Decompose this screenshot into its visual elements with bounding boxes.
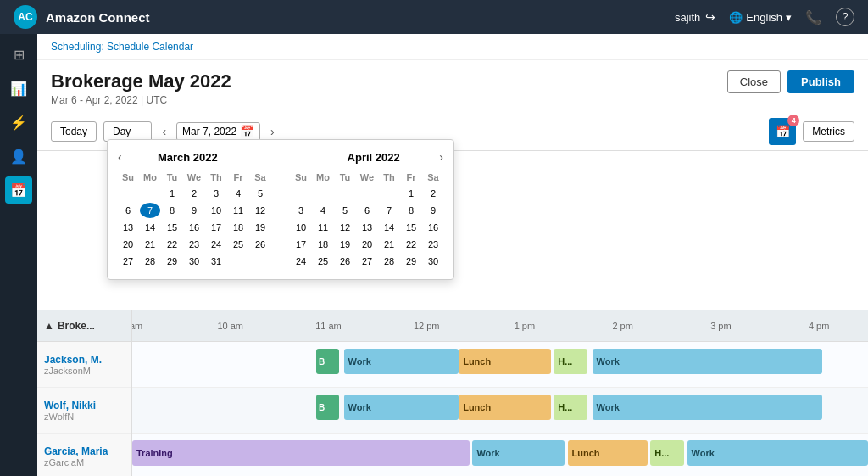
cal-day[interactable]: 1 bbox=[162, 186, 182, 201]
cal-day[interactable]: 9 bbox=[184, 203, 204, 218]
cal-day[interactable]: 28 bbox=[140, 254, 160, 269]
schedule-block[interactable]: Training bbox=[132, 440, 470, 466]
cal-day[interactable]: 14 bbox=[379, 220, 399, 235]
close-button[interactable]: Close bbox=[727, 70, 781, 93]
sidebar-item-users[interactable]: 👤 bbox=[5, 143, 32, 170]
schedule-block[interactable]: Lunch bbox=[459, 395, 551, 420]
cal-day[interactable]: 20 bbox=[118, 237, 138, 252]
today-button[interactable]: Today bbox=[51, 121, 97, 142]
cal-day[interactable]: 24 bbox=[291, 254, 311, 269]
logout-icon[interactable]: ↪ bbox=[705, 10, 715, 24]
cal-day[interactable]: 3 bbox=[206, 186, 226, 201]
help-button[interactable]: ? bbox=[836, 8, 854, 26]
breadcrumb[interactable]: Scheduling: Schedule Calendar bbox=[37, 34, 868, 60]
date-picker[interactable]: Mar 7, 2022 📅 bbox=[176, 122, 260, 141]
cal-day[interactable]: 18 bbox=[313, 237, 333, 252]
agent-name[interactable]: Wolf, Nikki bbox=[44, 400, 125, 412]
sidebar-item-calendar[interactable]: 📅 bbox=[5, 176, 32, 204]
cal-day[interactable]: 19 bbox=[250, 220, 270, 235]
cal-day[interactable]: 6 bbox=[357, 203, 377, 218]
language-selector[interactable]: 🌐 English ▾ bbox=[729, 11, 792, 24]
cal-day[interactable]: 27 bbox=[118, 254, 138, 269]
cal-day[interactable]: 11 bbox=[313, 220, 333, 235]
cal-day[interactable]: 19 bbox=[335, 237, 355, 252]
cal-day[interactable]: 18 bbox=[228, 220, 248, 235]
march-prev-button[interactable]: ‹ bbox=[118, 150, 122, 164]
cal-day[interactable]: 26 bbox=[250, 237, 270, 252]
schedule-block[interactable]: B bbox=[316, 349, 339, 374]
schedule-block[interactable]: Work bbox=[593, 395, 822, 420]
cal-day[interactable]: 2 bbox=[423, 186, 443, 201]
cal-day[interactable]: 10 bbox=[206, 203, 226, 218]
cal-day[interactable]: 25 bbox=[228, 237, 248, 252]
cal-day[interactable]: 8 bbox=[401, 203, 421, 218]
schedule-block[interactable]: Lunch bbox=[568, 440, 648, 466]
next-date-button[interactable]: › bbox=[267, 123, 278, 140]
cal-day[interactable]: 14 bbox=[140, 220, 160, 235]
schedule-block[interactable]: B bbox=[316, 395, 339, 420]
april-next-button[interactable]: › bbox=[439, 150, 443, 164]
cal-day[interactable]: 31 bbox=[206, 254, 226, 269]
cal-day[interactable]: 12 bbox=[335, 220, 355, 235]
publish-button[interactable]: Publish bbox=[787, 70, 854, 93]
schedule-block[interactable]: Work bbox=[344, 349, 459, 374]
cal-day[interactable]: 26 bbox=[335, 254, 355, 269]
cal-day[interactable]: 2 bbox=[184, 186, 204, 201]
cal-day[interactable]: 5 bbox=[250, 186, 270, 201]
cal-day[interactable]: 22 bbox=[162, 237, 182, 252]
cal-day[interactable]: 21 bbox=[379, 237, 399, 252]
cal-day[interactable]: 30 bbox=[423, 254, 443, 269]
cal-day[interactable]: 7 bbox=[379, 203, 399, 218]
cal-day[interactable]: 17 bbox=[291, 237, 311, 252]
schedule-block[interactable]: Work bbox=[687, 440, 868, 466]
cal-day[interactable]: 25 bbox=[313, 254, 333, 269]
cal-day[interactable]: 23 bbox=[184, 237, 204, 252]
schedule-block[interactable]: H... bbox=[554, 349, 587, 374]
schedule-block[interactable]: Work bbox=[472, 440, 565, 466]
cal-day[interactable]: 17 bbox=[206, 220, 226, 235]
cal-day[interactable]: 29 bbox=[162, 254, 182, 269]
cal-day[interactable]: 20 bbox=[357, 237, 377, 252]
cal-day[interactable]: 16 bbox=[423, 220, 443, 235]
schedule-block[interactable]: H... bbox=[650, 440, 684, 466]
schedule-block[interactable]: Work bbox=[593, 349, 822, 374]
cal-day[interactable]: 6 bbox=[118, 203, 138, 218]
collapse-icon[interactable]: ▲ bbox=[44, 320, 54, 332]
schedule-block[interactable]: Lunch bbox=[459, 349, 551, 374]
sidebar-item-grid[interactable]: ⊞ bbox=[5, 41, 32, 68]
cal-day[interactable]: 7 bbox=[140, 203, 160, 218]
user-menu[interactable]: sajith ↪ bbox=[675, 10, 715, 24]
cal-day[interactable]: 8 bbox=[162, 203, 182, 218]
schedule-block[interactable]: H... bbox=[554, 395, 587, 420]
cal-day[interactable]: 3 bbox=[291, 203, 311, 218]
cal-day[interactable]: 10 bbox=[291, 220, 311, 235]
cal-day[interactable]: 13 bbox=[118, 220, 138, 235]
phone-icon[interactable]: 📞 bbox=[805, 9, 822, 25]
calendar-icon[interactable]: 📅 bbox=[240, 125, 254, 138]
cal-day[interactable]: 28 bbox=[379, 254, 399, 269]
cal-day[interactable]: 27 bbox=[357, 254, 377, 269]
cal-day[interactable]: 15 bbox=[162, 220, 182, 235]
cal-day[interactable]: 16 bbox=[184, 220, 204, 235]
cal-day[interactable]: 29 bbox=[401, 254, 421, 269]
cal-day[interactable]: 23 bbox=[423, 237, 443, 252]
cal-day[interactable]: 11 bbox=[228, 203, 248, 218]
agent-name[interactable]: Garcia, Maria bbox=[44, 445, 125, 457]
agent-name[interactable]: Jackson, M. bbox=[44, 354, 125, 366]
cal-day[interactable]: 5 bbox=[335, 203, 355, 218]
cal-day[interactable]: 1 bbox=[401, 186, 421, 201]
cal-day[interactable]: 15 bbox=[401, 220, 421, 235]
schedule-calendar-button[interactable]: 📅 4 bbox=[769, 118, 796, 145]
cal-day[interactable]: 30 bbox=[184, 254, 204, 269]
sidebar-item-charts[interactable]: 📊 bbox=[5, 75, 32, 102]
cal-day[interactable]: 13 bbox=[357, 220, 377, 235]
schedule-block[interactable]: Work bbox=[344, 395, 459, 420]
cal-day[interactable]: 9 bbox=[423, 203, 443, 218]
cal-day[interactable]: 12 bbox=[250, 203, 270, 218]
metrics-button[interactable]: Metrics bbox=[803, 121, 854, 142]
cal-day[interactable]: 4 bbox=[313, 203, 333, 218]
cal-day[interactable]: 21 bbox=[140, 237, 160, 252]
cal-day[interactable]: 4 bbox=[228, 186, 248, 201]
cal-day[interactable]: 22 bbox=[401, 237, 421, 252]
prev-date-button[interactable]: ‹ bbox=[159, 123, 170, 140]
